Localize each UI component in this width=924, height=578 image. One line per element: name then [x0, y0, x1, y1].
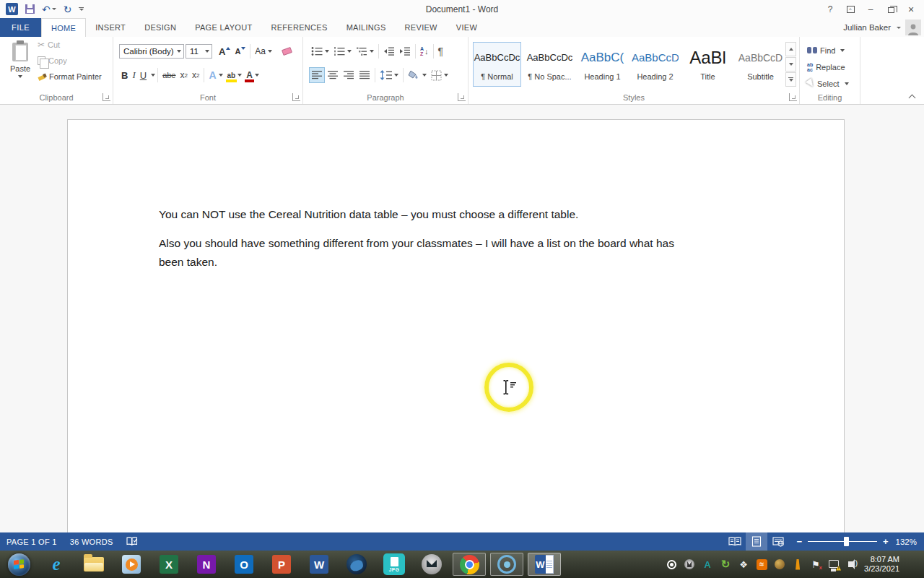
sort-button[interactable]: AZ↓ [418, 43, 431, 59]
zoom-out-button[interactable]: − [796, 536, 802, 547]
increase-indent-button[interactable] [397, 43, 413, 59]
align-center-button[interactable] [325, 67, 341, 83]
minimize-button[interactable]: – [860, 1, 881, 17]
word-logo-icon[interactable]: W [6, 3, 18, 15]
zoom-in-button[interactable]: + [883, 536, 889, 547]
taskbar-outlook[interactable]: O [225, 551, 263, 578]
font-size-combobox[interactable]: 11 [186, 44, 212, 59]
tray-autodesk[interactable]: A [702, 558, 713, 570]
paste-dropdown-icon[interactable] [18, 75, 22, 78]
find-button[interactable]: Find [807, 42, 849, 59]
line-spacing-button[interactable] [378, 67, 401, 83]
tray-dropbox[interactable]: ❖ [738, 558, 749, 570]
taskbar-onenote[interactable]: N [188, 551, 225, 578]
superscript-button[interactable]: x2 [190, 67, 201, 83]
save-button[interactable] [25, 4, 35, 14]
style-heading-2[interactable]: AaBbCcD Heading 2 [631, 42, 679, 87]
text-highlight-button[interactable]: ab [225, 67, 245, 83]
start-button[interactable] [0, 551, 38, 578]
tray-java[interactable]: ≋ [756, 558, 767, 570]
taskbar-word-active[interactable]: W [528, 553, 561, 576]
tab-mailings[interactable]: MAILINGS [337, 18, 396, 37]
borders-button[interactable] [429, 67, 450, 83]
tab-view[interactable]: VIEW [447, 18, 487, 37]
replace-button[interactable]: abacReplace [807, 59, 849, 75]
tray-tower-app[interactable] [792, 558, 803, 570]
user-name[interactable]: Jullian Baker [843, 23, 891, 32]
tray-sync[interactable]: ↻ [720, 558, 731, 570]
tray-volume[interactable] [846, 558, 858, 570]
justify-button[interactable] [357, 67, 372, 83]
customize-qat-button[interactable] [79, 7, 84, 11]
redo-button[interactable]: ↻ [64, 4, 72, 14]
taskbar-file-explorer[interactable] [75, 551, 113, 578]
bullets-button[interactable] [309, 43, 331, 59]
ribbon-display-options-button[interactable]: ^ [840, 1, 860, 17]
tray-gauge-app[interactable] [684, 558, 695, 570]
tray-network[interactable] [828, 558, 840, 570]
font-dialog-launcher[interactable] [292, 93, 300, 101]
bold-button[interactable]: B [119, 67, 130, 83]
tab-page-layout[interactable]: PAGE LAYOUT [186, 18, 261, 37]
copy-button[interactable]: Copy [38, 53, 110, 69]
decrease-indent-button[interactable] [381, 43, 397, 59]
page-indicator[interactable]: PAGE 1 OF 1 [0, 532, 64, 551]
underline-button[interactable]: U [138, 67, 149, 83]
clear-formatting-button[interactable] [280, 43, 294, 59]
restore-button[interactable] [881, 1, 901, 17]
tab-home[interactable]: HOME [41, 18, 86, 37]
taskbar-clock[interactable]: 8:07 AM 3/23/2021 [864, 555, 902, 574]
tab-file[interactable]: FILE [0, 18, 41, 37]
styles-dialog-launcher[interactable] [789, 93, 797, 101]
taskbar-jpg-app[interactable]: JPG [375, 551, 413, 578]
italic-button[interactable]: I [130, 67, 137, 83]
align-left-button[interactable] [309, 67, 325, 83]
tab-design[interactable]: DESIGN [135, 18, 186, 37]
cut-button[interactable]: ✂Cut [38, 37, 110, 53]
zoom-slider-track[interactable] [808, 541, 877, 542]
text-effects-button[interactable]: A [206, 67, 225, 83]
taskbar-internet-explorer[interactable]: e [38, 551, 75, 578]
shading-button[interactable] [406, 67, 429, 83]
word-count[interactable]: 36 WORDS [64, 532, 120, 551]
web-layout-button[interactable] [767, 532, 789, 551]
style-normal[interactable]: AaBbCcDc ¶ Normal [473, 42, 521, 87]
styles-scroll-up-button[interactable] [785, 42, 796, 56]
taskbar-media-player[interactable] [113, 551, 150, 578]
tray-record-button[interactable] [666, 558, 677, 570]
taskbar-word[interactable]: W [300, 551, 338, 578]
font-color-button[interactable]: A [244, 67, 261, 83]
style-heading-1[interactable]: AaBbC( Heading 1 [578, 42, 627, 87]
format-painter-button[interactable]: Format Painter [38, 69, 110, 85]
taskbar-chrome-running[interactable] [453, 553, 486, 576]
shrink-font-button[interactable]: A [232, 43, 248, 59]
zoom-slider-handle[interactable] [844, 537, 849, 546]
taskbar-waterfox[interactable] [338, 551, 375, 578]
document-page[interactable]: You can NOT use the Cereal Nutrition dat… [67, 119, 845, 532]
multilevel-list-button[interactable] [354, 43, 376, 59]
tab-references[interactable]: REFERENCES [261, 18, 336, 37]
taskbar-recorder-running[interactable] [490, 553, 523, 576]
tab-review[interactable]: REVIEW [396, 18, 447, 37]
align-right-button[interactable] [341, 67, 357, 83]
select-button[interactable]: Select [807, 75, 849, 92]
tray-action-center[interactable]: ⚑ [810, 558, 821, 570]
user-dropdown-icon[interactable] [897, 27, 901, 29]
show-hide-pilcrow-button[interactable]: ¶ [436, 43, 446, 59]
close-button[interactable]: × [901, 1, 921, 17]
read-mode-button[interactable] [724, 532, 746, 551]
paste-button[interactable]: Paste [6, 41, 35, 89]
style-subtitle[interactable]: AaBbCcD Subtitle [736, 42, 785, 87]
numbering-button[interactable] [331, 43, 354, 59]
style-no-spacing[interactable]: AaBbCcDc ¶ No Spac... [526, 42, 574, 87]
undo-dropdown-icon[interactable] [52, 8, 56, 10]
zoom-level[interactable]: 132% [896, 538, 924, 546]
proofing-status-button[interactable] [120, 532, 145, 551]
taskbar-excel[interactable]: X [150, 551, 188, 578]
subscript-button[interactable]: x2 [178, 67, 189, 83]
strikethrough-button[interactable]: abe [160, 67, 178, 83]
tray-cookie-app[interactable] [774, 558, 785, 570]
font-name-combobox[interactable]: Calibri (Body) [119, 44, 184, 59]
paragraph-dialog-launcher[interactable] [458, 93, 466, 101]
user-avatar[interactable] [905, 20, 921, 35]
